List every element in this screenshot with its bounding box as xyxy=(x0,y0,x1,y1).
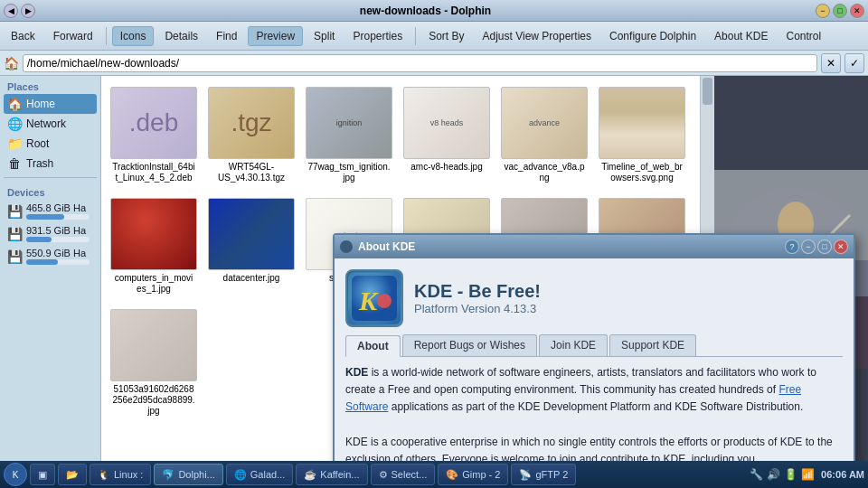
sort-by-button[interactable]: Sort By xyxy=(421,27,471,45)
file-item-4[interactable]: advance vac_advance_v8a.png xyxy=(499,83,590,187)
trash-icon: 🗑 xyxy=(7,156,22,171)
split-button[interactable]: Split xyxy=(307,27,342,45)
maximize-button[interactable]: □ xyxy=(833,4,847,18)
dialog-max-button[interactable]: □ xyxy=(817,239,832,254)
device-label-0: 465.8 GiB Ha xyxy=(26,202,90,213)
close-button[interactable]: ✕ xyxy=(850,4,864,18)
forward-button[interactable]: Forward xyxy=(46,27,100,45)
device-item-2[interactable]: 💾 550.9 GiB Ha xyxy=(4,245,97,267)
file-item-6[interactable]: computers_in_movies_1.jpg xyxy=(108,194,199,298)
gimp-label: Gimp - 2 xyxy=(462,469,500,480)
taskbar-kaffein[interactable]: ☕ Kaffein... xyxy=(296,464,367,485)
file-item-3[interactable]: v8 heads amc-v8-heads.jpg xyxy=(401,83,492,187)
linux-icon: 🐧 xyxy=(98,469,110,481)
taskbar-select[interactable]: ⚙ Select... xyxy=(371,464,436,485)
home-icon: 🏠 xyxy=(7,97,22,111)
address-input[interactable] xyxy=(23,54,817,72)
taskbar-galad[interactable]: 🌐 Galad... xyxy=(226,464,294,485)
find-button[interactable]: Find xyxy=(209,27,244,45)
devices-section: Devices 💾 465.8 GiB Ha 💾 931.5 GiB Ha xyxy=(0,182,100,267)
details-button[interactable]: Details xyxy=(157,27,205,45)
minimize-button[interactable]: − xyxy=(816,4,830,18)
select-icon: ⚙ xyxy=(379,469,388,481)
tab-support-kde[interactable]: Support KDE xyxy=(609,334,696,356)
sidebar-item-network[interactable]: 🌐 Network xyxy=(4,114,97,134)
systray-volume-icon[interactable]: 🔊 xyxy=(767,468,780,481)
device-item-0[interactable]: 💾 465.8 GiB Ha xyxy=(4,200,97,222)
about-kde-button[interactable]: About KDE xyxy=(707,27,775,45)
dialog-text-1: is a world-wide network of software engi… xyxy=(345,366,816,396)
galad-label: Galad... xyxy=(250,469,286,480)
dialog-help-button[interactable]: ? xyxy=(785,239,799,254)
sidebar-item-root[interactable]: 📁 Root xyxy=(4,134,97,154)
file-item-0[interactable]: .deb TracktionInstall_64bit_Linux_4_5_2.… xyxy=(108,83,199,187)
taskbar-dolphin[interactable]: 🐬 Dolphi... xyxy=(154,464,222,485)
file-item-1[interactable]: .tgz WRT54GL-US_v4.30.13.tgz xyxy=(206,83,297,187)
file-item-12[interactable]: 51053a91602d6268256e2d95dca98899.jpg xyxy=(108,305,199,420)
properties-button[interactable]: Properties xyxy=(345,27,410,45)
dolphin-icon: 🐬 xyxy=(162,469,175,481)
back-button[interactable]: Back xyxy=(4,27,42,45)
icons-button[interactable]: Icons xyxy=(112,26,155,46)
dialog-min-button[interactable]: − xyxy=(801,239,816,254)
device-label-1: 931.5 GiB Ha xyxy=(26,225,90,236)
address-go-button[interactable]: ✓ xyxy=(844,53,864,73)
dialog-title-text: About KDE xyxy=(358,240,783,253)
filemanager-icon: 📂 xyxy=(66,469,79,481)
title-bar-right-buttons[interactable]: − □ ✕ xyxy=(816,4,864,18)
file-thumb-5 xyxy=(599,87,685,159)
dialog-paragraph-1: KDE is a world-wide network of software … xyxy=(345,364,843,417)
taskbar-gimp[interactable]: 🎨 Gimp - 2 xyxy=(438,464,508,485)
kde-logo-inner: K xyxy=(348,272,401,324)
tab-join-kde[interactable]: Join KDE xyxy=(539,334,608,356)
home-icon: 🏠 xyxy=(4,56,19,70)
sidebar-item-trash[interactable]: 🗑 Trash xyxy=(4,154,97,174)
address-bar: 🏠 ✕ ✓ xyxy=(0,51,868,76)
drive-icon-1: 💾 xyxy=(7,227,22,241)
kde-title-block: KDE - Be Free! Platform Version 4.13.3 xyxy=(414,281,541,315)
device-item-1[interactable]: 💾 931.5 GiB Ha xyxy=(4,222,97,245)
taskbar-terminal[interactable]: ▣ xyxy=(30,464,55,485)
kde-start-icon: K xyxy=(13,470,19,480)
file-item-7[interactable]: datacenter.jpg xyxy=(206,194,297,298)
preview-button[interactable]: Preview xyxy=(248,26,303,46)
sidebar-label-network: Network xyxy=(26,117,66,130)
title-bar-left-buttons[interactable]: ◀ ▶ xyxy=(4,4,35,18)
title-bar-left-btn2[interactable]: ▶ xyxy=(21,4,35,18)
kaffein-label: Kaffein... xyxy=(320,469,359,480)
file-thumb-6 xyxy=(110,198,197,270)
device-bar-container-1 xyxy=(26,237,90,242)
file-name-4: vac_advance_v8a.png xyxy=(503,162,586,183)
file-item-5[interactable]: Timeline_of_web_browsers.svg.png xyxy=(597,83,687,187)
systray-network-icon[interactable]: 📶 xyxy=(801,468,815,481)
taskbar-gftp[interactable]: 📡 gFTP 2 xyxy=(511,464,576,485)
taskbar-start-button[interactable]: K xyxy=(4,463,27,486)
systray-settings-icon[interactable]: 🔧 xyxy=(750,468,763,481)
configure-dolphin-button[interactable]: Configure Dolphin xyxy=(602,27,703,45)
file-thumb-1: .tgz xyxy=(208,87,295,159)
tab-report-bugs[interactable]: Report Bugs or Wishes xyxy=(402,334,537,356)
title-bar-left-btn1[interactable]: ◀ xyxy=(4,4,18,18)
control-button[interactable]: Control xyxy=(778,27,828,45)
address-clear-button[interactable]: ✕ xyxy=(821,53,841,73)
taskbar-filemanager[interactable]: 📂 xyxy=(58,464,87,485)
file-name-1: WRT54GL-US_v4.30.13.tgz xyxy=(210,162,293,183)
file-item-2[interactable]: ignition 77wag_tsm_ignition.jpg xyxy=(304,83,394,187)
kde-main-title: KDE - Be Free! xyxy=(414,281,541,302)
dialog-title-icon xyxy=(340,240,353,253)
about-kde-dialog[interactable]: About KDE ? − □ ✕ xyxy=(333,233,855,481)
dialog-close-button[interactable]: ✕ xyxy=(834,239,848,254)
adjust-view-button[interactable]: Adjust View Properties xyxy=(476,27,599,45)
scrollbar-thumb[interactable] xyxy=(703,78,712,105)
taskbar-linux[interactable]: 🐧 Linux : xyxy=(90,464,151,485)
dolphin-label: Dolphi... xyxy=(178,469,214,480)
kde-logo-svg: K xyxy=(352,276,397,321)
tab-about[interactable]: About xyxy=(345,335,401,357)
dialog-titlebar: About KDE ? − □ ✕ xyxy=(335,235,854,258)
sidebar-item-home[interactable]: 🏠 Home xyxy=(4,94,97,114)
file-name-2: 77wag_tsm_ignition.jpg xyxy=(307,162,391,183)
systray-battery-icon[interactable]: 🔋 xyxy=(784,468,797,481)
dialog-text-2: applications as part of the KDE Developm… xyxy=(392,400,804,413)
file-name-0: TracktionInstall_64bit_Linux_4_5_2.deb xyxy=(112,162,195,183)
taskbar: K ▣ 📂 🐧 Linux : 🐬 Dolphi... 🌐 Galad... ☕… xyxy=(0,461,868,488)
